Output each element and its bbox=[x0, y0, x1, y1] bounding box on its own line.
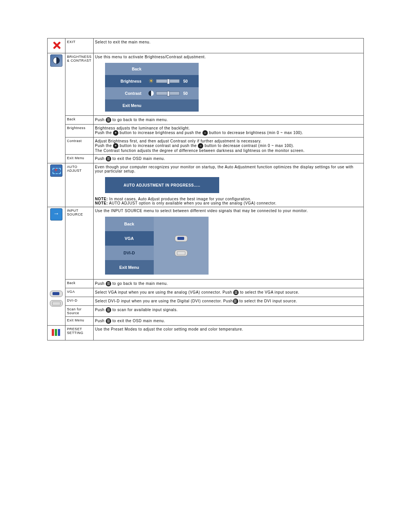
preset-label: PRESET SETTING bbox=[65, 326, 94, 340]
brightness-row-label: Brightness bbox=[65, 125, 94, 137]
src-vga-row[interactable]: VGA bbox=[105, 231, 209, 246]
sun-icon: ☀ bbox=[148, 78, 154, 84]
exit-icon-cell bbox=[48, 38, 65, 53]
menu-button-icon: ☰ bbox=[106, 307, 111, 313]
osd-brightness-row[interactable]: Brightness ☀ 50 bbox=[105, 75, 199, 87]
minus-button-icon: − bbox=[202, 130, 208, 136]
src-dvi-row[interactable]: DVI-D bbox=[105, 246, 209, 260]
menu-button-icon: ☰ bbox=[106, 318, 111, 324]
back-desc: Push ☰ to go back to the main menu. bbox=[93, 116, 363, 125]
contrast-icon bbox=[148, 91, 154, 96]
auto-icon-cell bbox=[48, 163, 65, 207]
brightness-icon-cell bbox=[48, 53, 65, 163]
input-desc-cell: Use the INPUT SOURCE menu to select betw… bbox=[93, 207, 363, 280]
dvi-connector-icon bbox=[50, 300, 63, 307]
brightness-desc: Use this menu to activate Brightness/Con… bbox=[95, 55, 206, 59]
exit-label: EXIT bbox=[65, 38, 94, 53]
input-desc: Use the INPUT SOURCE menu to select betw… bbox=[95, 209, 362, 213]
brightness-contrast-icon bbox=[50, 54, 62, 67]
brightness-value: 50 bbox=[183, 79, 188, 83]
osd-exitmenu-label: Exit Menu bbox=[105, 103, 148, 108]
preset-desc: Use the Preset Modes to adjust the color… bbox=[93, 326, 363, 340]
menu-button-icon: ☰ bbox=[233, 290, 239, 295]
input-vga-label: VGA bbox=[65, 288, 94, 297]
dvi-connector-icon bbox=[175, 250, 188, 256]
minus-button-icon: − bbox=[198, 143, 203, 149]
osd-contrast-label: Contrast bbox=[105, 91, 148, 96]
input-osd-panel: Back VGA DVI-D Exit Menu bbox=[105, 217, 209, 275]
menu-button-icon: ☰ bbox=[106, 117, 111, 123]
input-scan-label: Scan for Source bbox=[65, 306, 94, 317]
vga-connector-icon bbox=[175, 235, 188, 242]
exitmenu-row-desc: Push ☰ to exit the OSD main menu. bbox=[93, 155, 363, 163]
brightness-row-desc: Brightness adjusts the luminance of the … bbox=[93, 125, 363, 137]
input-back-desc: Push ☰ to go back to the main menu. bbox=[93, 280, 363, 288]
osd-back-row[interactable]: Back bbox=[105, 63, 199, 75]
input-dvi-desc: Select DVI-D input when you are using th… bbox=[93, 297, 363, 306]
exitmenu-row-label: Exit Menu bbox=[65, 155, 94, 163]
brightness-osd-panel: Back Brightness ☀ 50 Contrast 50 Exit Me… bbox=[105, 63, 199, 112]
vga-connector-icon bbox=[50, 291, 63, 297]
plus-button-icon: + bbox=[113, 143, 118, 149]
osd-menu-table: EXIT Select to exit the main menu. BRIGH… bbox=[47, 38, 364, 340]
input-icon-cell bbox=[48, 207, 65, 326]
brightness-slider[interactable] bbox=[156, 79, 180, 83]
input-vga-desc: Select VGA input when you are using the … bbox=[93, 288, 363, 297]
plus-button-icon: + bbox=[113, 130, 118, 136]
menu-button-icon: ☰ bbox=[233, 299, 238, 304]
contrast-row-desc: Adjust Brightness first, and then adjust… bbox=[93, 137, 363, 155]
osd-exitmenu-row[interactable]: Exit Menu bbox=[105, 99, 199, 112]
exit-icon bbox=[51, 40, 62, 51]
input-source-icon bbox=[50, 208, 62, 220]
src-back-row[interactable]: Back bbox=[105, 217, 209, 231]
contrast-value: 50 bbox=[183, 91, 188, 96]
auto-adjust-icon bbox=[50, 165, 62, 177]
auto-desc-cell: Even though your computer recognizes you… bbox=[93, 163, 363, 207]
osd-back-label: Back bbox=[105, 67, 148, 71]
back-label: Back bbox=[65, 116, 94, 125]
auto-desc: Even though your computer recognizes you… bbox=[95, 165, 362, 173]
brightness-label: BRIGHTNESS & CONTRAST bbox=[65, 53, 94, 116]
input-exit-desc: Push ☰ to exit the OSD main menu. bbox=[93, 317, 363, 326]
contrast-slider[interactable] bbox=[156, 91, 180, 95]
osd-brightness-label: Brightness bbox=[105, 79, 148, 83]
input-exit-label: Exit Menu bbox=[65, 317, 94, 326]
auto-adjust-banner: AUTO ADJUSTMENT IN PROGRESS….. bbox=[105, 177, 219, 193]
contrast-row-label: Contrast bbox=[65, 137, 94, 155]
input-label: INPUT SOURCE bbox=[65, 207, 94, 280]
input-back-label: Back bbox=[65, 280, 94, 288]
exit-desc: Select to exit the main menu. bbox=[93, 38, 363, 53]
menu-button-icon: ☰ bbox=[106, 156, 111, 161]
preset-setting-icon bbox=[51, 327, 62, 338]
input-scan-desc: Push ☰ to scan for available input signa… bbox=[93, 306, 363, 317]
src-exit-row[interactable]: Exit Menu bbox=[105, 260, 209, 275]
menu-button-icon: ☰ bbox=[106, 281, 111, 286]
osd-contrast-row[interactable]: Contrast 50 bbox=[105, 87, 199, 99]
input-dvi-label: DVI-D bbox=[65, 297, 94, 306]
preset-icon-cell bbox=[48, 326, 65, 340]
brightness-desc-cell: Use this menu to activate Brightness/Con… bbox=[93, 53, 363, 116]
auto-label: AUTO ADJUST bbox=[65, 163, 94, 207]
